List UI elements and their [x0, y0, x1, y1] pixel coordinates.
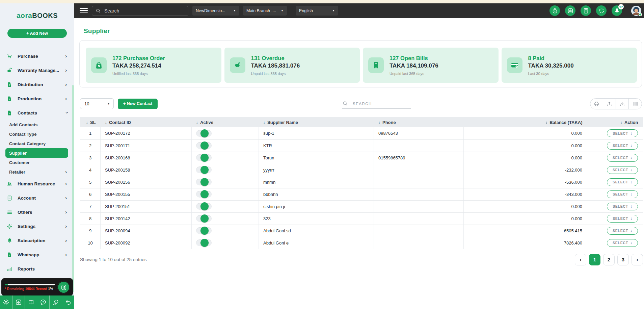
row-select-button[interactable]: SELECT ↓ [607, 154, 638, 162]
active-toggle[interactable] [196, 130, 212, 137]
preferences-button[interactable] [57, 281, 70, 293]
sidebar-item[interactable]: Contact Type [0, 129, 74, 139]
active-toggle[interactable] [196, 215, 212, 222]
global-search[interactable] [92, 6, 188, 16]
calculator-icon[interactable] [581, 5, 591, 16]
page-size-select[interactable]: 10 ▾ [80, 98, 114, 109]
cell-sl: 9 [80, 225, 101, 237]
active-toggle[interactable] [196, 203, 212, 210]
timer-icon[interactable] [549, 5, 560, 16]
column-header[interactable]: ↓Balance (TAKA) [464, 117, 585, 127]
company-dropdown[interactable]: NewDimensio... ▼ [192, 6, 239, 16]
docs-icon[interactable] [25, 295, 37, 309]
menu-toggle-icon[interactable] [80, 8, 88, 14]
sidebar-item[interactable]: Reports [0, 262, 74, 276]
row-select-button[interactable]: SELECT ↓ [607, 142, 638, 150]
sort-icon[interactable]: ↓ [620, 120, 623, 125]
sidebar-item[interactable]: Warranty Manage... › [0, 63, 74, 77]
column-header[interactable]: ↓Contact ID [101, 117, 192, 127]
active-toggle[interactable] [196, 191, 212, 198]
sidebar-item-label: Others [18, 210, 32, 215]
new-contact-button[interactable]: + New Contact [118, 99, 158, 109]
stats-icon[interactable] [12, 295, 25, 309]
column-header[interactable]: ↓Action [585, 117, 643, 127]
active-toggle[interactable] [196, 154, 212, 161]
table-search-input[interactable] [353, 102, 411, 106]
sidebar-item[interactable]: Production › [0, 92, 74, 106]
sidebar-item-label: Contact Category [9, 141, 46, 146]
table-search[interactable] [342, 99, 411, 109]
arrow-down-icon: ↓ [630, 131, 632, 135]
cell-action: SELECT ↓ [585, 176, 643, 188]
column-header[interactable]: ↓SL [80, 117, 101, 127]
column-header[interactable]: ↓Active [192, 117, 259, 127]
language-dropdown[interactable]: English ▼ [296, 6, 338, 16]
page-button[interactable]: ‹ [575, 254, 586, 265]
support-chat-icon[interactable] [50, 295, 62, 309]
sidebar-item[interactable]: Whatsapp › [0, 248, 74, 262]
column-header[interactable]: ↓Phone [374, 117, 464, 127]
sidebar-scrollbar[interactable] [72, 85, 74, 292]
summary-card: 8 Paid TAKA 30,325.000 Last 30 days [502, 48, 637, 83]
scan-icon[interactable] [596, 5, 607, 16]
sidebar-item[interactable]: Distribution › [0, 77, 74, 92]
column-header[interactable]: ↓Supplier Name [259, 117, 374, 127]
sort-icon[interactable]: ↓ [105, 120, 107, 125]
app-logo[interactable]: aoraBOOKS [0, 11, 74, 20]
page-button[interactable]: 3 [617, 254, 629, 265]
summary-card-amount: TAKA 30,325.000 [528, 62, 574, 70]
sidebar-item[interactable]: Add Contacts [0, 120, 74, 129]
row-select-button[interactable]: SELECT ↓ [607, 178, 638, 186]
sort-icon[interactable]: ↓ [263, 120, 266, 125]
summary-cards: 172 Purchase Order TAKA 258,274.514 Unfi… [79, 40, 642, 87]
bell-icon[interactable]: 17 [612, 5, 622, 16]
chart-icon[interactable] [565, 5, 575, 16]
page-button[interactable]: 1 [589, 254, 600, 265]
arrow-down-icon: ↓ [630, 144, 632, 148]
sort-icon[interactable]: ↓ [86, 120, 88, 125]
row-select-button[interactable]: SELECT ↓ [607, 190, 638, 198]
user-avatar[interactable] [631, 6, 641, 16]
help-icon[interactable] [37, 295, 50, 309]
sidebar-item[interactable]: Contacts › [0, 106, 74, 120]
sidebar-item[interactable]: Purchase › [0, 49, 74, 63]
undo-icon[interactable] [62, 295, 74, 309]
row-select-button[interactable]: SELECT ↓ [607, 203, 638, 210]
sidebar-item-label: Account [18, 196, 36, 201]
sidebar-item[interactable]: Supplier [5, 148, 68, 158]
cell-phone [374, 212, 464, 225]
sidebar-item[interactable]: Account › [0, 191, 74, 205]
active-toggle[interactable] [196, 179, 212, 185]
sort-icon[interactable]: ↓ [378, 120, 381, 125]
sidebar-item[interactable]: Customer [0, 158, 74, 167]
row-select-button[interactable]: SELECT ↓ [607, 239, 638, 247]
sidebar-item[interactable]: Settings › [0, 219, 74, 233]
active-toggle[interactable] [196, 227, 212, 234]
row-select-button[interactable]: SELECT ↓ [607, 215, 638, 223]
sidebar-item[interactable]: Others › [0, 205, 74, 219]
branch-dropdown[interactable]: Main Branch -... ▼ [243, 6, 287, 16]
sidebar-item[interactable]: Subscription › [0, 233, 74, 248]
download-icon[interactable] [616, 99, 629, 109]
sidebar-item[interactable]: Contact Category [0, 139, 74, 148]
print-icon[interactable] [590, 99, 603, 109]
row-select-button[interactable]: SELECT ↓ [607, 129, 638, 137]
active-toggle[interactable] [196, 142, 212, 149]
sort-icon[interactable]: ↓ [196, 120, 198, 125]
row-select-button[interactable]: SELECT ↓ [607, 227, 638, 235]
sidebar-item[interactable]: Human Resource › [0, 177, 74, 191]
active-toggle[interactable] [196, 239, 212, 246]
page-button[interactable]: 2 [603, 254, 615, 265]
page-button[interactable]: › [632, 254, 643, 265]
settings-icon[interactable] [0, 295, 12, 309]
row-select-button[interactable]: SELECT ↓ [607, 166, 638, 174]
sidebar-item[interactable]: Retailer › [0, 167, 74, 177]
add-new-button[interactable]: + Add New [7, 29, 67, 38]
global-search-input[interactable] [104, 8, 185, 14]
sort-icon[interactable]: ↓ [545, 120, 548, 125]
columns-icon[interactable] [629, 99, 642, 109]
topbar-icon-buttons: 17 [544, 5, 622, 16]
active-toggle[interactable] [196, 166, 212, 173]
table-row: 10 SUP-200092 Abdul Goni e 7826.480 SELE… [80, 237, 643, 249]
export-icon[interactable] [603, 99, 616, 109]
